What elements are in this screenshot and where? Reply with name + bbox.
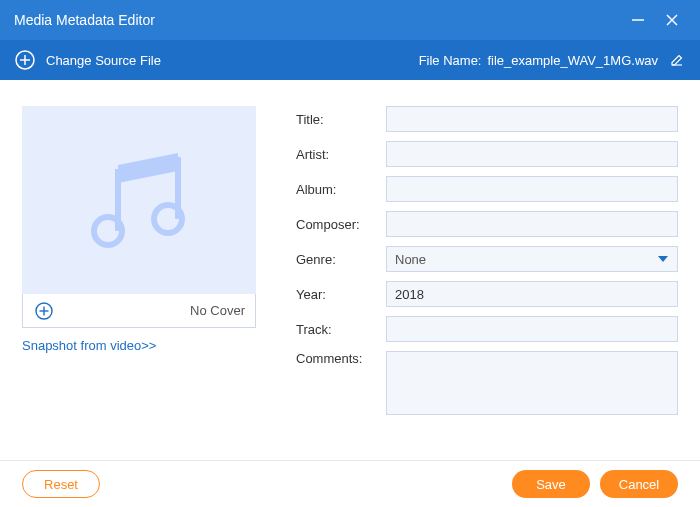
file-name-label: File Name: [419, 53, 482, 68]
cover-column: No Cover Snapshot from video>> [22, 106, 256, 450]
metadata-form: Title: Artist: Album: Composer: Genre: N… [296, 106, 678, 450]
cover-bar: No Cover [22, 294, 256, 328]
track-label: Track: [296, 322, 376, 337]
file-name-value: file_example_WAV_1MG.wav [487, 53, 658, 68]
track-input[interactable] [386, 316, 678, 342]
change-source-label: Change Source File [46, 53, 161, 68]
close-icon [664, 12, 680, 28]
title-bar: Media Metadata Editor [0, 0, 700, 40]
plus-circle-icon [34, 301, 54, 321]
change-source-button[interactable]: Change Source File [14, 49, 161, 71]
app-title: Media Metadata Editor [14, 12, 155, 28]
minimize-icon [630, 12, 646, 28]
comments-input[interactable] [386, 351, 678, 415]
composer-label: Composer: [296, 217, 376, 232]
footer: Reset Save Cancel [0, 460, 700, 507]
no-cover-label: No Cover [190, 303, 245, 318]
composer-input[interactable] [386, 211, 678, 237]
genre-value: None [395, 252, 426, 267]
file-name-display: File Name: file_example_WAV_1MG.wav [419, 51, 686, 69]
toolbar: Change Source File File Name: file_examp… [0, 40, 700, 80]
genre-label: Genre: [296, 252, 376, 267]
cancel-button[interactable]: Cancel [600, 470, 678, 498]
music-note-icon [74, 135, 204, 265]
genre-select[interactable]: None [386, 246, 678, 272]
album-label: Album: [296, 182, 376, 197]
year-label: Year: [296, 287, 376, 302]
comments-label: Comments: [296, 351, 376, 366]
year-input[interactable] [386, 281, 678, 307]
save-button[interactable]: Save [512, 470, 590, 498]
edit-filename-button[interactable] [668, 51, 686, 69]
snapshot-from-video-link[interactable]: Snapshot from video>> [22, 338, 256, 353]
title-label: Title: [296, 112, 376, 127]
album-input[interactable] [386, 176, 678, 202]
title-input[interactable] [386, 106, 678, 132]
artist-input[interactable] [386, 141, 678, 167]
artist-label: Artist: [296, 147, 376, 162]
reset-button[interactable]: Reset [22, 470, 100, 498]
minimize-button[interactable] [624, 6, 652, 34]
close-button[interactable] [658, 6, 686, 34]
cover-art-placeholder [22, 106, 256, 294]
content-area: No Cover Snapshot from video>> Title: Ar… [0, 80, 700, 460]
pencil-icon [670, 53, 684, 67]
chevron-down-icon [657, 253, 669, 265]
add-cover-button[interactable] [33, 300, 55, 322]
plus-circle-icon [14, 49, 36, 71]
